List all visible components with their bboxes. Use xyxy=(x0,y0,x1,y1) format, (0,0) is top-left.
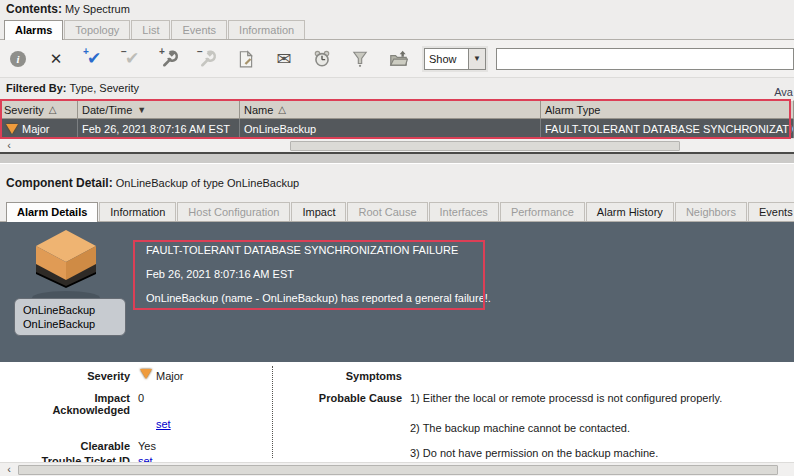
column-header-severity[interactable]: Severity △ xyxy=(0,100,78,119)
component-detail-value: OnLineBackup of type OnLineBackup xyxy=(116,177,299,189)
alarm-filter-input[interactable] xyxy=(496,48,794,70)
tab-information[interactable]: Information xyxy=(228,20,305,39)
severity-label: Severity xyxy=(0,370,130,382)
impact-label: Impact xyxy=(0,392,130,404)
sort-asc-icon: △ xyxy=(49,104,57,115)
tab-topology[interactable]: Topology xyxy=(64,20,130,39)
probable-cause-1: 1) Either the local or remote processd i… xyxy=(410,392,722,404)
probable-cause-label: Probable Cause xyxy=(278,392,402,404)
tab-alarm-history[interactable]: Alarm History xyxy=(586,202,674,221)
severity-value: Major xyxy=(156,370,184,382)
alarm-detail-panel: OnLineBackup OnLineBackup FAULT-TOLERANT… xyxy=(0,222,794,362)
scrollbar-thumb[interactable] xyxy=(290,141,680,151)
alarm-table-header: Severity △ Date/Time ▼ Name △ Alarm Type xyxy=(0,100,794,119)
filter-bar: Filtered By: Type, Severity Ava xyxy=(0,78,794,100)
datetime-cell[interactable]: Feb 26, 2021 8:07:16 AM EST xyxy=(78,119,240,138)
tab-performance[interactable]: Performance xyxy=(500,202,585,221)
show-dropdown-value: Show xyxy=(425,53,468,65)
export-folder-icon[interactable] xyxy=(388,49,408,69)
probable-cause-2: 2) The backup machine cannot be contacte… xyxy=(410,422,630,434)
tab-impact[interactable]: Impact xyxy=(291,202,346,221)
main-tab-bar: Alarms Topology List Events Information xyxy=(0,18,794,40)
sort-asc-icon: △ xyxy=(278,104,286,115)
name-cell[interactable]: OnLineBackup xyxy=(240,119,541,138)
filtered-by-value: Type, Severity xyxy=(69,82,139,94)
column-header-datetime[interactable]: Date/Time ▼ xyxy=(78,100,240,119)
contents-label: Contents: xyxy=(6,2,62,16)
alarm-notification-icon[interactable] xyxy=(312,49,332,69)
component-detail-header: Component Detail: OnLineBackup of type O… xyxy=(0,164,794,196)
info-icon[interactable]: i xyxy=(8,49,28,69)
clearable-label: Clearable xyxy=(0,440,130,452)
detail-horizontal-scrollbar[interactable]: ‹ xyxy=(0,462,794,476)
major-severity-icon xyxy=(6,124,18,134)
tab-events[interactable]: Events xyxy=(171,20,227,39)
scroll-left-arrow-icon[interactable]: ‹ xyxy=(2,464,16,476)
trouble-ticket-label: Trouble Ticket ID xyxy=(0,455,130,462)
scroll-left-arrow-icon[interactable]: ‹ xyxy=(2,140,16,152)
alarm-table-row-selected[interactable]: Major Feb 26, 2021 8:07:16 AM EST OnLine… xyxy=(0,119,794,138)
unassign-troubleshooter-icon[interactable]: − xyxy=(198,49,218,69)
contents-header: Contents: My Spectrum xyxy=(0,0,794,18)
symptoms-label: Symptoms xyxy=(278,370,402,382)
alarm-attributes-pane: Severity Major Impact 0 Acknowledged set… xyxy=(0,362,794,462)
alarm-title: FAULT-TOLERANT DATABASE SYNCHRONIZATION … xyxy=(146,244,458,256)
tab-root-cause[interactable]: Root Cause xyxy=(347,202,427,221)
alarm-table: Severity △ Date/Time ▼ Name △ Alarm Type… xyxy=(0,100,794,138)
filtered-by-label: Filtered By: xyxy=(6,82,67,94)
acknowledged-set-link[interactable]: set xyxy=(156,418,171,430)
tab-list[interactable]: List xyxy=(131,20,170,39)
device-label[interactable]: OnLineBackup OnLineBackup xyxy=(14,298,126,336)
email-icon[interactable]: ✉ xyxy=(274,49,294,69)
unacknowledge-icon[interactable]: ✔− xyxy=(122,49,142,69)
filter-icon[interactable] xyxy=(350,49,370,69)
tab-information-detail[interactable]: Information xyxy=(99,202,176,221)
column-header-alarm-type[interactable]: Alarm Type xyxy=(541,100,794,119)
table-horizontal-scrollbar[interactable]: ‹ xyxy=(0,138,794,152)
tab-interfaces[interactable]: Interfaces xyxy=(429,202,499,221)
chevron-down-icon[interactable]: ▼ xyxy=(468,49,485,69)
clear-alarm-icon[interactable]: ✕ xyxy=(46,49,66,69)
assign-troubleshooter-icon[interactable]: + xyxy=(160,49,180,69)
pane-splitter[interactable] xyxy=(0,152,794,164)
report-icon[interactable] xyxy=(236,49,256,69)
acknowledge-icon[interactable]: ✔+ xyxy=(84,49,104,69)
scrollbar-thumb[interactable] xyxy=(18,465,778,475)
column-divider xyxy=(272,366,273,458)
tab-neighbors[interactable]: Neighbors xyxy=(675,202,747,221)
device-cube-icon[interactable] xyxy=(18,224,114,308)
clearable-value: Yes xyxy=(138,440,156,452)
component-detail-label: Component Detail: xyxy=(6,176,113,190)
detail-tab-bar: Alarm Details Information Host Configura… xyxy=(0,196,794,222)
sort-desc-icon: ▼ xyxy=(137,105,146,115)
alarm-toolbar: i ✕ ✔+ ✔− + − ✉ Show ▼ xyxy=(0,40,794,78)
available-text: Ava xyxy=(774,86,793,98)
tab-host-configuration[interactable]: Host Configuration xyxy=(177,202,290,221)
tab-alarm-details[interactable]: Alarm Details xyxy=(6,202,98,222)
show-dropdown[interactable]: Show ▼ xyxy=(424,48,486,70)
tab-events-detail[interactable]: Events xyxy=(748,202,794,221)
alarm-message: OnLineBackup (name - OnLineBackup) has r… xyxy=(146,292,491,304)
contents-value: My Spectrum xyxy=(65,3,130,15)
alarm-timestamp: Feb 26, 2021 8:07:16 AM EST xyxy=(146,268,294,280)
major-severity-icon xyxy=(138,369,152,381)
acknowledged-label: Acknowledged xyxy=(0,404,130,416)
impact-value: 0 xyxy=(138,392,144,404)
probable-cause-3: 3) Do not have permission on the backup … xyxy=(410,447,658,459)
spectrum-oneclick-window: Contents: My Spectrum Alarms Topology Li… xyxy=(0,0,794,476)
tab-alarms[interactable]: Alarms xyxy=(4,20,63,40)
column-header-name[interactable]: Name △ xyxy=(240,100,541,119)
trouble-ticket-set-link[interactable]: set xyxy=(138,455,153,462)
alarm-type-cell[interactable]: FAULT-TOLERANT DATABASE SYNCHRONIZATION … xyxy=(541,119,794,138)
severity-cell[interactable]: Major xyxy=(0,119,78,138)
